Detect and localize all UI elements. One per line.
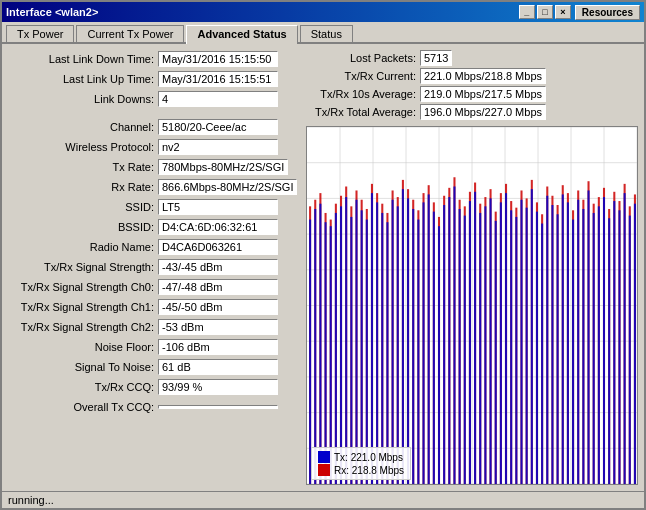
tab-tx-power[interactable]: Tx Power [6, 25, 74, 42]
status-text: running... [8, 494, 54, 506]
rx-rate-label: Rx Rate: [8, 181, 158, 193]
ssid-row: SSID: LT5 [8, 198, 298, 216]
svg-rect-103 [402, 189, 404, 484]
svg-rect-93 [350, 217, 352, 484]
channel-value: 5180/20-Ceee/ac [158, 119, 278, 135]
close-button[interactable]: × [555, 5, 571, 19]
ccq-label: Tx/Rx CCQ: [8, 381, 158, 393]
svg-rect-147 [629, 216, 631, 484]
svg-rect-123 [505, 193, 507, 484]
tx-rx-total-row: Tx/Rx Total Average: 196.0 Mbps/227.0 Mb… [306, 104, 638, 120]
last-link-down-row: Last Link Down Time: May/31/2016 15:15:5… [8, 50, 298, 68]
svg-rect-113 [453, 187, 455, 485]
rx-rate-value: 866.6Mbps-80MHz/2S/SGI [158, 179, 297, 195]
svg-rect-122 [500, 202, 502, 484]
tab-bar: Tx Power Current Tx Power Advanced Statu… [2, 22, 644, 44]
channel-label: Channel: [8, 121, 158, 133]
svg-rect-87 [319, 204, 321, 484]
svg-rect-135 [567, 202, 569, 484]
resources-button[interactable]: Resources [575, 5, 640, 20]
title-bar: Interface <wlan2> _ □ × Resources [2, 2, 644, 22]
svg-rect-118 [479, 213, 481, 484]
signal-ch0-value: -47/-48 dBm [158, 279, 278, 295]
last-link-down-value: May/31/2016 15:15:50 [158, 51, 278, 67]
tx-rx-10s-label: Tx/Rx 10s Average: [306, 88, 416, 100]
signal-ch0-label: Tx/Rx Signal Strength Ch0: [8, 281, 158, 293]
svg-rect-148 [634, 204, 636, 484]
last-link-up-value: May/31/2016 15:15:51 [158, 71, 278, 87]
svg-rect-133 [557, 214, 559, 484]
signal-to-noise-row: Signal To Noise: 61 dB [8, 358, 298, 376]
signal-to-noise-value: 61 dB [158, 359, 278, 375]
tx-rx-current-label: Tx/Rx Current: [306, 70, 416, 82]
minimize-button[interactable]: _ [519, 5, 535, 19]
right-panel: Lost Packets: 5713 Tx/Rx Current: 221.0 … [306, 50, 638, 485]
wireless-protocol-label: Wireless Protocol: [8, 141, 158, 153]
legend-rx: Rx: 218.8 Mbps [318, 464, 404, 476]
signal-ch1-row: Tx/Rx Signal Strength Ch1: -45/-50 dBm [8, 298, 298, 316]
svg-rect-107 [423, 202, 425, 484]
last-link-up-row: Last Link Up Time: May/31/2016 15:15:51 [8, 70, 298, 88]
tx-rx-total-label: Tx/Rx Total Average: [306, 106, 416, 118]
ssid-label: SSID: [8, 201, 158, 213]
radio-name-value: D4CA6D063261 [158, 239, 278, 255]
svg-rect-136 [572, 220, 574, 484]
svg-rect-110 [438, 226, 440, 484]
svg-rect-88 [325, 222, 327, 484]
svg-rect-108 [428, 194, 430, 484]
svg-rect-131 [546, 196, 548, 484]
svg-rect-130 [541, 224, 543, 484]
svg-rect-111 [443, 205, 445, 484]
svg-rect-97 [371, 193, 373, 484]
svg-rect-102 [397, 206, 399, 484]
chart-svg [307, 127, 637, 484]
svg-rect-95 [361, 210, 363, 484]
signal-ch0-row: Tx/Rx Signal Strength Ch0: -47/-48 dBm [8, 278, 298, 296]
svg-rect-94 [355, 200, 357, 484]
lost-packets-label: Lost Packets: [306, 52, 416, 64]
svg-rect-90 [335, 213, 337, 484]
tab-current-tx-power[interactable]: Current Tx Power [76, 25, 184, 42]
svg-rect-128 [531, 189, 533, 484]
svg-rect-126 [520, 200, 522, 484]
signal-strength-value: -43/-45 dBm [158, 259, 278, 275]
svg-rect-105 [412, 209, 414, 484]
legend-rx-label: Rx: 218.8 Mbps [334, 465, 404, 476]
channel-row: Channel: 5180/20-Ceee/ac [8, 118, 298, 136]
signal-ch2-row: Tx/Rx Signal Strength Ch2: -53 dBm [8, 318, 298, 336]
svg-rect-146 [624, 193, 626, 484]
tab-advanced-status[interactable]: Advanced Status [186, 25, 297, 44]
noise-floor-label: Noise Floor: [8, 341, 158, 353]
rx-color-swatch [318, 464, 330, 476]
svg-rect-140 [593, 213, 595, 484]
signal-to-noise-label: Signal To Noise: [8, 361, 158, 373]
chart-legend: Tx: 221.0 Mbps Rx: 218.8 Mbps [311, 447, 411, 480]
main-window: Interface <wlan2> _ □ × Resources Tx Pow… [0, 0, 646, 510]
overall-tx-ccq-row: Overall Tx CCQ: [8, 398, 298, 416]
radio-name-label: Radio Name: [8, 241, 158, 253]
bssid-row: BSSID: D4:CA:6D:06:32:61 [8, 218, 298, 236]
tx-rx-current-value: 221.0 Mbps/218.8 Mbps [420, 68, 546, 84]
noise-floor-row: Noise Floor: -106 dBm [8, 338, 298, 356]
rx-rate-row: Rx Rate: 866.6Mbps-80MHz/2S/SGI [8, 178, 298, 196]
svg-rect-121 [495, 221, 497, 484]
svg-rect-132 [551, 205, 553, 484]
last-link-up-label: Last Link Up Time: [8, 73, 158, 85]
noise-floor-value: -106 dBm [158, 339, 278, 355]
svg-rect-124 [510, 210, 512, 484]
tx-color-swatch [318, 451, 330, 463]
svg-rect-117 [474, 192, 476, 484]
legend-tx-label: Tx: 221.0 Mbps [334, 452, 403, 463]
content-area: Last Link Down Time: May/31/2016 15:15:5… [2, 44, 644, 491]
link-downs-label: Link Downs: [8, 93, 158, 105]
lost-packets-row: Lost Packets: 5713 [306, 50, 638, 66]
tab-status[interactable]: Status [300, 25, 353, 42]
bssid-value: D4:CA:6D:06:32:61 [158, 219, 278, 235]
maximize-button[interactable]: □ [537, 5, 553, 19]
overall-tx-ccq-label: Overall Tx CCQ: [8, 401, 158, 413]
svg-rect-116 [469, 201, 471, 484]
signal-strength-label: Tx/Rx Signal Strength: [8, 261, 158, 273]
svg-rect-119 [484, 206, 486, 484]
lost-packets-value: 5713 [420, 50, 452, 66]
svg-rect-96 [366, 220, 368, 484]
